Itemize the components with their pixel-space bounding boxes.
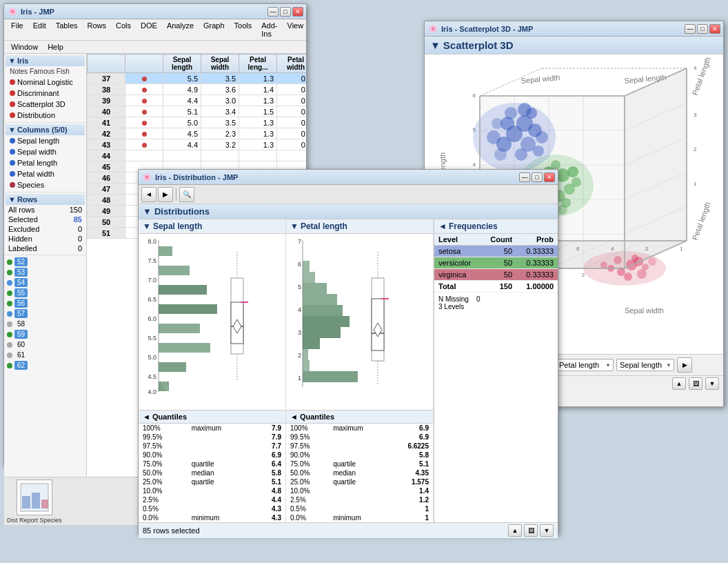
menu-cols[interactable]: Cols [112,20,135,39]
menu-analyze[interactable]: Analyze [163,20,198,39]
dist-nav-img[interactable]: 🖼 [524,524,538,537]
panel-discriminant[interactable]: Discriminant [6,88,85,99]
maximize-button[interactable]: □ [280,7,291,17]
row-60[interactable]: 60 [14,340,28,349]
freq-row-virginica[interactable]: virginica 50 0.33333 [434,269,558,281]
menu-tools[interactable]: Tools [230,20,256,39]
menu-file[interactable]: File [7,20,28,39]
freq-versicolor-level: versicolor [434,257,481,269]
table-row[interactable]: 40 5.1 3.4 1.5 0.2 setosa [88,106,307,117]
table-row[interactable]: 43 4.4 3.2 1.3 0.2 setosa [88,139,307,150]
menu-doe[interactable]: DOE [136,20,161,39]
petal-length-title[interactable]: ▼ Petal length [286,219,433,234]
menu-tables[interactable]: Tables [52,20,82,39]
minimize-button[interactable]: — [267,7,279,17]
sepal-length-title[interactable]: ▼ Sepal length [139,219,285,234]
dist-minimize[interactable]: — [519,172,530,182]
col-species[interactable]: Species [6,179,85,190]
table-row[interactable]: 37 5.5 3.5 1.3 0.2 setosa [88,73,307,84]
dist-nav-up[interactable]: ▲ [508,524,522,537]
toolbar-btn-3[interactable]: 🔍 [179,187,194,202]
col-sepal-width[interactable]: Sepal width [6,146,85,157]
menu-edit[interactable]: Edit [29,20,50,39]
col-petal-length[interactable]: Petal length [6,157,85,168]
panel-columns-header[interactable]: ▼ Columns (5/0) [6,124,85,135]
frequencies-section: ◄ Frequencies Level Count Prob setosa [434,219,558,522]
dist-nav-menu[interactable]: ▼ [540,524,554,537]
freq-virginica-level: virginica [434,269,481,281]
quant-row: 0.5%4.3 [139,504,285,513]
freq-virginica-count: 50 [481,269,516,281]
svg-text:6: 6 [298,261,301,268]
panel-notes[interactable]: Notes Famous Fish [6,66,85,77]
svg-point-138 [494,148,507,161]
table-row[interactable]: 42 4.5 2.3 1.3 0.3 setosa [88,128,307,139]
scatter3d-maximize[interactable]: □ [697,24,708,34]
menu-window[interactable]: Window [7,41,42,52]
row-61[interactable]: 61 [14,350,28,359]
cell-43-pw: 0.2 [277,139,307,150]
row-62[interactable]: 62 [14,361,28,370]
panel-iris-header[interactable]: ▼ Iris [6,55,85,66]
freq-title: ◄ Frequencies [434,219,558,234]
dist-close[interactable]: ✕ [544,172,555,182]
table-row[interactable]: 38 4.9 3.6 1.4 0.1 setosa [88,84,307,95]
distribution-window: 🌸 Iris - Distribution - JMP — □ ✕ ◄ ▶ 🔍 … [138,169,558,535]
col-petal-length-label: Petal length [17,159,57,167]
panel-nominal-logistic[interactable]: Nominal Logistic [6,77,85,88]
rows-hidden: Hidden 0 [6,234,85,244]
menu-addins[interactable]: Add-Ins [257,20,281,39]
row-56[interactable]: 56 [14,299,28,308]
scatter-nav-menu[interactable]: ▼ [705,377,719,390]
row-59[interactable]: 59 [14,330,28,339]
panel-distribution[interactable]: Distribution [6,110,85,121]
cell-40-sl: 5.1 [163,106,201,117]
scatter3d-minimize[interactable]: — [685,24,696,34]
svg-rect-21 [159,246,172,256]
col-sepal-length[interactable]: Sepal length [6,135,85,146]
row-52[interactable]: 52 [14,257,28,266]
scatter-nav-up[interactable]: ▲ [672,377,686,390]
col-header-petal-width[interactable]: Petalwidth [277,55,307,73]
col-petal-width[interactable]: Petal width [6,168,85,179]
col-header-sepal-length[interactable]: Sepallength [163,55,201,73]
iris-main-title: Iris - JMP [21,8,267,16]
col-sepal-width-label: Sepal width [17,148,57,156]
freq-row-versicolor[interactable]: versicolor 50 0.33333 [434,257,558,269]
sepal-length-select[interactable]: Sepal length Sepal width Petal length Pe… [616,359,674,371]
svg-rect-40 [303,360,310,371]
col-header-sepal-width[interactable]: Sepalwidth [201,55,239,73]
row-58[interactable]: 58 [14,319,28,328]
panel-rows-header[interactable]: ▼ Rows [6,194,85,205]
scatter3d-close[interactable]: ✕ [709,24,720,34]
dist-body: ▼ Distributions ▼ Sepal length 8.0 7.5 7… [139,204,558,538]
quant-petal-header: ◄ Quantiles [286,410,433,424]
menu-rows[interactable]: Rows [83,20,111,39]
row-53[interactable]: 53 [14,268,28,277]
rows-allrows-label: All rows [6,205,59,215]
row-57[interactable]: 57 [14,309,28,318]
table-row[interactable]: 39 4.4 3.0 1.3 0.2 setosa [88,95,307,106]
thumbnail-1[interactable] [17,480,52,515]
row-55[interactable]: 55 [14,288,28,297]
menu-help[interactable]: Help [43,41,68,52]
dropdown-sepal-length[interactable]: Sepal length Sepal width Petal length Pe… [616,359,674,371]
dropdown-petal-length[interactable]: Petal length Sepal length Sepal width Pe… [556,359,614,371]
toolbar-btn-1[interactable]: ◄ [141,187,156,202]
scatter-play-btn[interactable]: ▶ [677,357,692,373]
table-row[interactable]: 44 [88,150,307,161]
table-row[interactable]: 41 5.0 3.5 1.3 0.3 setosa [88,117,307,128]
scatter-nav-img[interactable]: 🖼 [689,377,702,390]
menu-view[interactable]: View [283,20,308,39]
row-54[interactable]: 54 [14,278,28,287]
dist-maximize[interactable]: □ [532,172,543,182]
petal-length-select[interactable]: Petal length Sepal length Sepal width Pe… [556,359,614,371]
panel-scatterplot3d[interactable]: Scatterplot 3D [6,99,85,110]
freq-row-setosa[interactable]: setosa 50 0.33333 [434,246,558,257]
svg-text:5: 5 [298,284,301,290]
svg-point-143 [518,103,532,117]
close-button[interactable]: ✕ [292,7,303,17]
col-header-petal-length[interactable]: Petalleng... [239,55,277,73]
menu-graph[interactable]: Graph [199,20,229,39]
toolbar-btn-2[interactable]: ▶ [158,187,173,202]
